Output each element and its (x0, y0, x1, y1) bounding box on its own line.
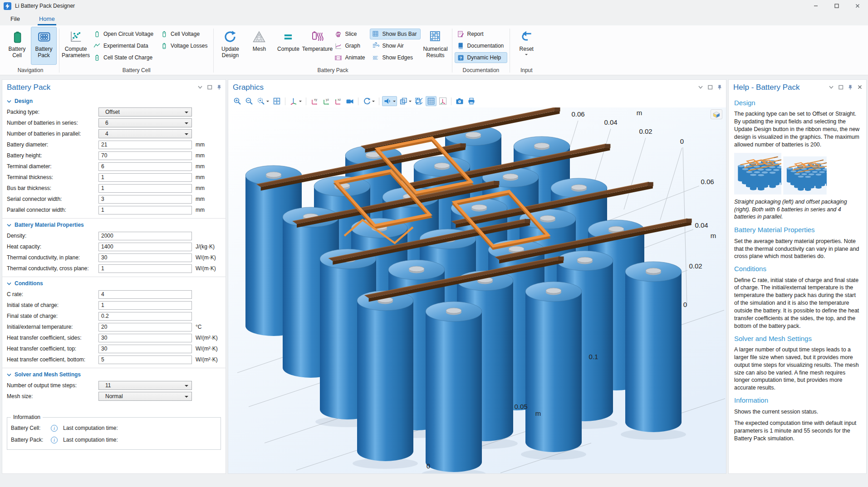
form-row: Terminal thickness:1 mm (7, 172, 221, 183)
heat-transfer-coefficient-top-field[interactable]: 30 (98, 345, 192, 353)
close-button[interactable] (847, 0, 868, 12)
battery-pack-button[interactable]: Battery Pack (31, 27, 57, 65)
panel-pin-button[interactable] (848, 83, 853, 92)
svg-text:yz: yz (326, 98, 329, 102)
terminal-diameter-field[interactable]: 6 (98, 162, 192, 171)
image-snapshot-button[interactable] (454, 96, 465, 106)
section-header-conditions[interactable]: Conditions (7, 277, 221, 289)
thermal-conductivity-in-plane-field[interactable]: 30 (98, 253, 192, 262)
parallel-connector-width-field[interactable]: 1 (98, 206, 192, 214)
mesh-button[interactable]: Mesh (245, 27, 273, 65)
transparency-button[interactable] (398, 96, 413, 106)
panel-close-button[interactable] (857, 83, 863, 92)
bus-bar-thickness-field[interactable]: 1 (98, 184, 192, 193)
density-field[interactable]: 2000 (98, 232, 192, 240)
zoom-in-button[interactable] (232, 96, 243, 106)
wireframe-rendering-button[interactable] (414, 96, 425, 106)
field-label: Heat transfer coefficient, top: (7, 346, 98, 352)
scene-camera-button[interactable] (344, 96, 355, 106)
open-circuit-voltage-button[interactable]: Open Circuit Voltage (91, 29, 157, 39)
serial-connector-width-field[interactable]: 3 (98, 195, 192, 204)
c-rate-field[interactable]: 4 (98, 290, 192, 299)
show-grid-icon (427, 97, 435, 105)
numerical-results-button[interactable]: Numerical Results (422, 27, 450, 65)
go-to-xy-view-button[interactable]: xy (309, 96, 320, 106)
panel-chevron-down-button[interactable] (197, 83, 203, 92)
panel-chevron-down-button[interactable] (698, 83, 703, 92)
print-button[interactable] (466, 96, 477, 106)
graph-button[interactable]: Graph (332, 40, 368, 51)
section-header-design[interactable]: Design (7, 95, 221, 107)
menu-tab-home[interactable]: Home (38, 13, 56, 25)
slice-button[interactable]: Slice (332, 29, 368, 39)
show-air-button[interactable]: Show Air (370, 40, 421, 51)
slice-icon (334, 30, 342, 38)
heat-transfer-coefficient-sides-field[interactable]: 30 (98, 334, 192, 342)
rotate-button[interactable] (361, 96, 376, 106)
toolbar-separator (285, 97, 285, 105)
update-design-button[interactable]: Update Design (216, 27, 244, 65)
image-snapshot-icon (456, 97, 464, 105)
number-of-batteries-in-parallel-select[interactable]: 4 (98, 129, 192, 138)
show-grid-button[interactable] (426, 96, 436, 106)
cell-state-of-charge-button[interactable]: Cell State of Charge (91, 52, 157, 63)
view-cube-button[interactable] (711, 109, 722, 119)
battery-pack-3d-scene[interactable]: 0.060.040.0200.060.040.0200.10.050mmm (228, 107, 726, 473)
help-heading-design: Design (734, 98, 861, 107)
go-to-yz-view-button[interactable]: yz (321, 96, 332, 106)
go-to-xz-view-button[interactable]: xz (333, 96, 343, 106)
minimize-button[interactable] (805, 0, 826, 12)
panel-float-button[interactable] (207, 83, 212, 92)
experimental-data-button[interactable]: Experimental Data (91, 40, 157, 51)
documentation-button[interactable]: Documentation (455, 40, 508, 51)
maximize-button[interactable] (826, 0, 847, 12)
thermal-conductivity-cross-plane-field[interactable]: 1 (98, 264, 192, 273)
cell-voltage-button[interactable]: Cell Voltage (158, 29, 211, 39)
dropdown-caret-icon (409, 101, 412, 103)
show-bus-bar-icon (372, 30, 380, 38)
menu-tab-file[interactable]: File (9, 13, 21, 25)
battery-cell-button[interactable]: Battery Cell (4, 27, 30, 65)
field-label: Battery diameter: (7, 141, 98, 148)
unit-label: mm (196, 196, 205, 202)
show-bus-bar-button[interactable]: Show Bus Bar (370, 29, 421, 39)
number-of-output-time-steps-select[interactable]: 11 (98, 381, 192, 390)
panel-pin-button[interactable] (216, 83, 222, 92)
panel-float-button[interactable] (707, 83, 713, 92)
temperature-button[interactable]: Temperature (303, 27, 331, 65)
terminal-thickness-field[interactable]: 1 (98, 173, 192, 182)
zoom-box-button[interactable] (255, 96, 270, 106)
voltage-losses-button[interactable]: Voltage Losses (158, 40, 211, 51)
packing-type-select[interactable]: Offset (98, 107, 192, 117)
heat-capacity-field[interactable]: 1400 (98, 243, 192, 251)
panel-float-button[interactable] (838, 83, 843, 92)
compute-parameters-button[interactable]: Compute Parameters (62, 27, 90, 65)
mesh-size-select[interactable]: Normal (98, 392, 192, 401)
battery-diameter-field[interactable]: 21 (98, 141, 192, 149)
section-header-battery-material-properties[interactable]: Battery Material Properties (7, 219, 221, 230)
reset-button[interactable]: Reset (512, 27, 540, 65)
view-cube-icon (712, 111, 721, 118)
panel-pin-button[interactable] (717, 83, 722, 92)
show-axis-orientation-button[interactable] (437, 96, 448, 106)
number-of-batteries-in-series-select[interactable]: 6 (98, 118, 192, 127)
final-state-of-charge-field[interactable]: 0.2 (98, 312, 192, 321)
panel-chevron-down-button[interactable] (829, 83, 834, 92)
compute-button[interactable]: Compute (274, 27, 302, 65)
report-button[interactable]: Report (455, 29, 508, 39)
initial-state-of-charge-field[interactable]: 1 (98, 301, 192, 310)
go-to-default-view-button[interactable] (288, 96, 303, 106)
svg-text:0.02: 0.02 (689, 262, 702, 270)
animate-button[interactable]: Animate (332, 52, 368, 63)
svg-text:m: m (711, 232, 716, 239)
dynamic-help-button[interactable]: ? Dynamic Help (455, 52, 508, 63)
show-edges-button[interactable]: Show Edges (370, 52, 421, 63)
graphics-3d-view[interactable]: 0.060.040.0200.060.040.0200.10.050mmm (228, 107, 726, 473)
scene-light-button[interactable] (382, 96, 397, 106)
zoom-out-button[interactable] (244, 96, 255, 106)
zoom-extents-button[interactable] (271, 96, 282, 106)
battery-height-field[interactable]: 70 (98, 151, 192, 160)
heat-transfer-coefficient-bottom-field[interactable]: 5 (98, 356, 192, 364)
initial-external-temperature-field[interactable]: 20 (98, 323, 192, 331)
section-header-solver-and-mesh-settings[interactable]: Solver and Mesh Settings (7, 368, 221, 380)
